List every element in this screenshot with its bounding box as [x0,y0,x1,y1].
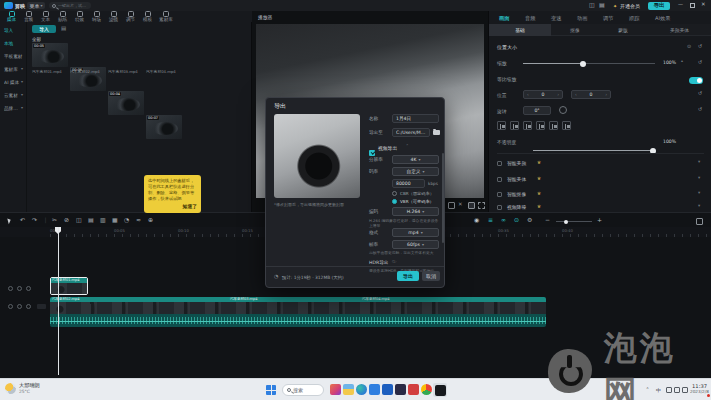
reset-icon[interactable]: ↺ [698,60,702,65]
fit-timeline-icon[interactable] [696,218,703,225]
taskbar-app-word[interactable] [382,384,393,395]
inspector-tab-ai[interactable]: AI效果 [655,15,670,22]
taskbar-app-premiere[interactable] [395,384,406,395]
option-checkbox[interactable] [497,177,502,182]
subtab-beauty[interactable]: 美颜美体 [647,24,711,36]
reset-icon[interactable]: ↺ [698,44,702,49]
tooltip-confirm-button[interactable]: 知道了 [148,203,197,209]
align-button-6[interactable] [562,121,571,130]
import-button[interactable]: 导入 [32,25,56,33]
export-cover-image[interactable] [274,114,360,198]
stepper-icon[interactable]: ▴ [681,59,683,63]
tab-library[interactable]: 素材库 [156,11,176,22]
tab-audio[interactable]: 音频 [20,11,37,22]
subtab-mask[interactable]: 蒙版 [599,24,647,36]
inspector-tab-animation[interactable]: 动画 [577,15,587,22]
inspector-tab-adjust[interactable]: 调节 [603,15,613,22]
preview-axis-icon[interactable]: ⊙ [514,217,519,223]
track-lock-icon[interactable] [8,286,13,291]
position-x-stepper[interactable]: ‹0› [523,90,563,99]
format-dropdown[interactable]: mp4 ▾ [392,228,439,237]
align-button-1[interactable] [497,121,506,130]
crop-icon[interactable]: ▦ [112,217,118,223]
reverse-icon[interactable]: ▤ [88,217,94,223]
media-clip-thumbnail[interactable]: 00:07 [146,115,182,139]
reset-icon[interactable]: ↺ [698,91,702,96]
option-checkbox[interactable] [497,205,502,210]
option-smart-beauty[interactable]: 智能美颜 [507,160,526,166]
tab-media[interactable]: 媒体 [3,11,20,22]
align-button-3[interactable] [523,121,532,130]
taskbar-app-explorer[interactable] [343,384,354,395]
rotate-dial[interactable] [559,106,567,114]
taskbar-app-photos[interactable] [330,384,341,395]
rotate-input[interactable]: 0° [523,106,551,115]
dialog-cancel-button[interactable]: 取消 [422,271,440,281]
scale-slider-knob[interactable] [580,61,586,67]
close-icon[interactable]: ✕ [701,2,706,8]
sidebar-item-local[interactable]: 本地 [4,41,26,46]
path-input[interactable]: C:/Users/My/Videos/… [392,128,430,137]
bitrate-dropdown[interactable]: 自定义 ▾ [392,167,439,176]
track-hide-icon[interactable] [17,286,22,291]
align-button-2[interactable] [510,121,519,130]
taskbar-search-input[interactable]: 搜索 [282,384,324,396]
adapt-icon[interactable] [468,202,475,209]
maximize-icon[interactable] [690,3,695,8]
timeline-settings-icon[interactable]: ⚙ [527,217,532,223]
sidebar-item-brand[interactable]: 品牌素材 [4,106,22,111]
option-smart-cutout[interactable]: 智能抠像 [507,191,526,197]
chevron-down-icon[interactable]: ▾ [698,204,700,209]
redo-icon[interactable]: ↷ [32,217,37,223]
taskbar-app-chrome[interactable] [421,384,432,395]
sidebar-item-ai-media[interactable]: AI 媒体 [4,80,22,85]
vip-button[interactable]: 开通会员 [620,3,640,9]
subtab-cutout[interactable]: 抠像 [551,24,599,36]
playhead-line[interactable] [58,227,59,375]
curve-icon[interactable]: ≈ [136,217,141,223]
tab-text[interactable]: 文本 [37,11,54,22]
option-denoise[interactable]: 视频降噪 [507,204,526,210]
video-export-checkbox[interactable] [369,150,375,156]
chevron-down-icon[interactable]: ▾ [698,160,700,165]
timeline-main-track[interactable]: 汽车素材02.mp4 汽车素材03.mp4 汽车素材04.mp4 [50,297,546,327]
track-hide-icon[interactable] [17,304,22,309]
delete-icon[interactable]: ⊘ [64,217,69,223]
opacity-slider[interactable] [533,150,655,151]
inspector-tab-tracking[interactable]: 跟踪 [629,15,639,22]
tab-filters[interactable]: 滤镜 [105,11,122,22]
subtab-basic[interactable]: 基础 [489,24,551,36]
inspector-tab-audio[interactable]: 音频 [525,15,535,22]
layout-icon[interactable]: ◫ [589,2,595,8]
inspector-tab-picture[interactable]: 画面 [499,15,509,22]
track-mute-icon[interactable] [26,286,31,291]
taskbar-app-edge[interactable] [356,384,367,395]
sidebar-item-library[interactable]: 素材库 [4,67,22,72]
undo-icon[interactable]: ↶ [20,217,25,223]
collapse-icon[interactable]: ˄ [406,144,409,149]
sidebar-item-cloud[interactable]: 云素材 [4,93,22,98]
taskbar-app-capcut-active[interactable] [433,383,447,397]
tab-templates[interactable]: 模板 [139,11,156,22]
zoom-in-icon[interactable]: + [597,217,602,223]
select-tool-icon[interactable] [7,218,11,225]
fps-dropdown[interactable]: 60fps ▾ [392,240,439,249]
quality-icon[interactable] [448,202,455,209]
tab-adjust[interactable]: 调节 [122,11,139,22]
start-button[interactable] [266,385,276,395]
export-button-top[interactable]: 导出 [648,2,670,10]
align-button-4[interactable] [536,121,545,130]
chevron-down-icon[interactable]: ▾ [698,176,700,181]
option-checkbox[interactable] [497,192,502,197]
dialog-export-button[interactable]: 导出 [397,271,419,281]
snap-icon[interactable]: ≡ [488,217,493,223]
taskbar-app-store[interactable] [369,384,380,395]
media-clip-thumbnail[interactable]: 00:04 [108,91,144,115]
chevron-down-icon[interactable]: ▾ [698,191,700,196]
dialog-scrollbar[interactable] [442,153,444,243]
ratio-icon[interactable]: ✕ [458,202,463,208]
resolution-dropdown[interactable]: 4K ▾ [392,155,439,164]
vbr-radio[interactable] [392,199,397,204]
zoom-out-icon[interactable]: − [545,217,550,223]
notification-icon[interactable]: ▤ [599,2,605,8]
